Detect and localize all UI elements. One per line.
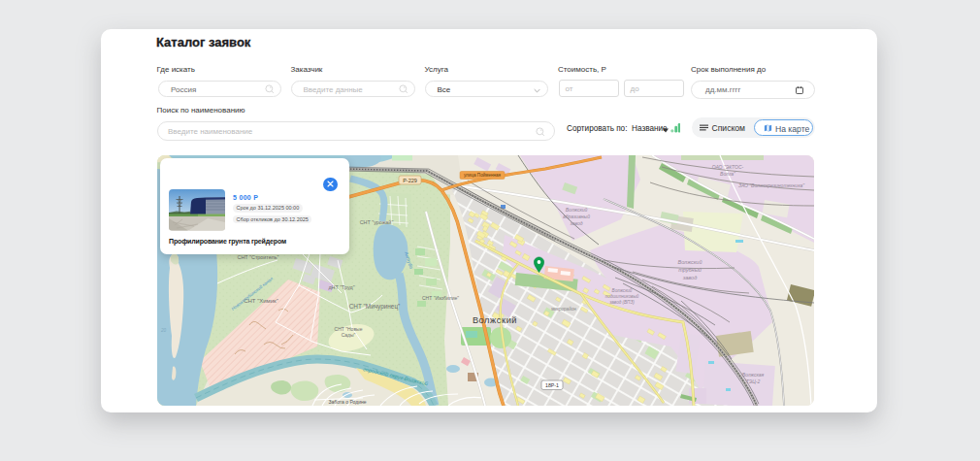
svg-text:микрорайон: микрорайон — [551, 306, 576, 312]
svg-text:улица Пойменная: улица Пойменная — [464, 172, 502, 178]
svg-text:завод: завод — [569, 220, 582, 226]
svg-text:СНТ "Изобилие": СНТ "Изобилие" — [422, 295, 459, 301]
svg-text:трубный: трубный — [678, 267, 702, 273]
svg-text:Забота о Родине: Забота о Родине — [329, 399, 367, 405]
svg-text:завод (ВПЗ): завод (ВПЗ) — [608, 300, 635, 305]
svg-text:Волжский: Волжский — [678, 259, 702, 265]
svg-text:СНТ "Строитель": СНТ "Строитель" — [238, 254, 279, 260]
svg-text:СНТ "Мичуринец": СНТ "Мичуринец" — [349, 303, 401, 311]
svg-text:Волга": Волга" — [720, 171, 735, 177]
svg-text:ОАО "ЭКТОС-: ОАО "ЭКТОС- — [712, 164, 744, 170]
svg-text:дНТ "Труд": дНТ "Труд" — [328, 284, 354, 290]
svg-text:20: 20 — [160, 328, 167, 333]
svg-text:абразивный: абразивный — [563, 214, 590, 219]
svg-text:СНТ "урожай": СНТ "урожай" — [360, 219, 394, 225]
svg-text:Р-229: Р-229 — [403, 177, 417, 182]
svg-text:завод: завод — [682, 275, 697, 280]
svg-text:Волжский: Волжский — [566, 207, 588, 213]
svg-text:Сады": Сады" — [342, 332, 356, 338]
svg-text:Волжский: Волжский — [473, 315, 517, 325]
svg-text:ТЭЦ-2: ТЭЦ-2 — [746, 379, 761, 384]
svg-text:подшипниковый: подшипниковый — [605, 293, 639, 299]
svg-text:18Р-1: 18Р-1 — [545, 382, 559, 388]
svg-text:Волжский: Волжский — [612, 287, 633, 293]
svg-text:ЗАО "Волжскрезинотехника": ЗАО "Волжскрезинотехника" — [738, 182, 804, 188]
svg-text:Волжская: Волжская — [742, 372, 765, 378]
